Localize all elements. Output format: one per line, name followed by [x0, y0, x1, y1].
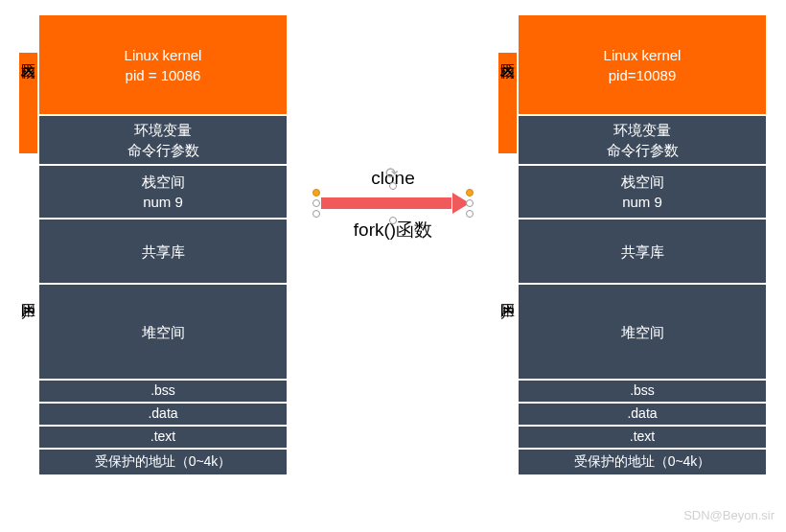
kernel-pid: pid = 10086 [126, 65, 201, 85]
env-vars: 环境变量 [134, 120, 192, 140]
shared-lib-label: 共享库 [621, 242, 664, 262]
selection-handle[interactable] [389, 217, 397, 224]
selection-handle[interactable] [389, 182, 397, 190]
selection-handle[interactable] [466, 189, 474, 197]
kernel-segment: Linux kernel pid = 10086 [38, 14, 288, 115]
selection-handle[interactable] [312, 210, 320, 218]
stack-title: 栈空间 [621, 172, 664, 192]
env-segment: 环境变量 命令行参数 [518, 115, 767, 165]
right-zone-labels: 内核区 用户区 [498, 14, 518, 527]
protected-segment: 受保护的地址（0~4k） [38, 449, 288, 475]
shared-lib-label: 共享库 [142, 242, 185, 262]
shared-lib-segment: 共享库 [38, 219, 288, 284]
kernel-pid: pid=10089 [609, 65, 677, 85]
data-segment: .data [38, 403, 288, 426]
kernel-title: Linux kernel [125, 45, 202, 65]
selection-handle[interactable] [466, 199, 474, 207]
text-segment: .text [518, 426, 767, 449]
heap-segment: 堆空间 [38, 284, 288, 380]
left-memory-stack: Linux kernel pid = 10086 环境变量 命令行参数 栈空间 … [38, 14, 288, 527]
data-segment: .data [518, 403, 767, 426]
stack-segment: 栈空间 num 9 [38, 165, 288, 219]
middle-arrow-area: clone ⟳ fork()函数 [288, 14, 498, 527]
selection-handle[interactable] [466, 210, 474, 218]
cmd-args: 命令行参数 [127, 140, 199, 160]
heap-label: 堆空间 [621, 322, 664, 342]
right-process-column: 内核区 用户区 Linux kernel pid=10089 环境变量 命令行参… [498, 14, 767, 527]
kernel-zone-label: 内核区 [19, 53, 37, 153]
right-memory-stack: Linux kernel pid=10089 环境变量 命令行参数 栈空间 nu… [518, 14, 767, 527]
stack-title: 栈空间 [142, 172, 185, 192]
selection-handle[interactable] [312, 199, 320, 207]
kernel-segment: Linux kernel pid=10089 [518, 14, 767, 115]
shared-lib-segment: 共享库 [518, 219, 767, 284]
stack-value: num 9 [143, 192, 183, 212]
env-vars: 环境变量 [613, 120, 671, 140]
bss-segment: .bss [38, 380, 288, 403]
fork-arrow[interactable]: ⟳ [316, 193, 470, 214]
heap-label: 堆空间 [142, 322, 185, 342]
env-segment: 环境变量 命令行参数 [38, 115, 288, 165]
left-zone-labels: 内核区 用户区 [19, 14, 38, 527]
watermark-text: SDN@Beyon.sir [683, 508, 774, 522]
text-segment: .text [38, 426, 288, 449]
left-process-column: 内核区 用户区 Linux kernel pid = 10086 环境变量 命令… [19, 14, 288, 527]
kernel-zone-label: 内核区 [498, 53, 517, 153]
fork-diagram: 内核区 用户区 Linux kernel pid = 10086 环境变量 命令… [0, 0, 786, 532]
selection-handle[interactable] [312, 189, 320, 197]
rotate-handle-icon[interactable]: ⟳ [385, 164, 398, 182]
cmd-args: 命令行参数 [607, 140, 679, 160]
kernel-title: Linux kernel [604, 45, 682, 65]
stack-segment: 栈空间 num 9 [518, 165, 767, 219]
protected-segment: 受保护的地址（0~4k） [518, 449, 767, 475]
heap-segment: 堆空间 [518, 284, 767, 380]
arrow-body [320, 197, 452, 210]
bss-segment: .bss [518, 380, 767, 403]
stack-value: num 9 [622, 192, 662, 212]
